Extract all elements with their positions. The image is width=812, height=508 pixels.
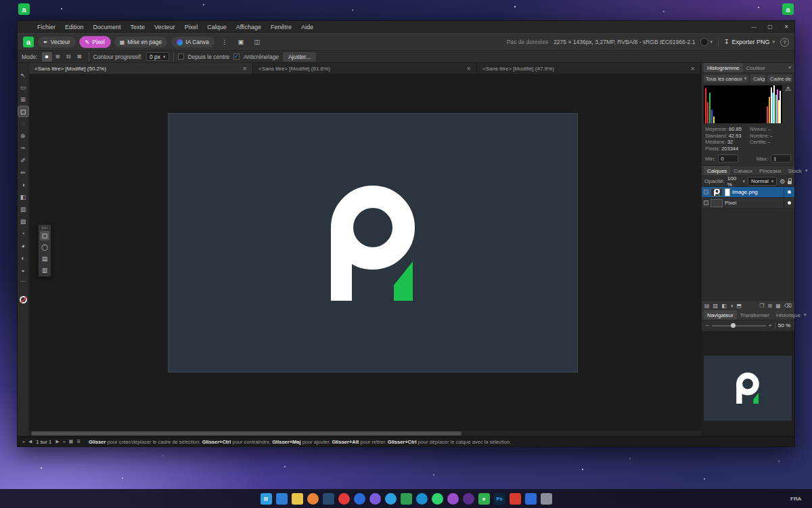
burn-brush-tool[interactable]: ◒ (18, 265, 28, 275)
tab-histogramme[interactable]: Histogramme (704, 63, 743, 72)
menu-affichage[interactable]: Affichage (231, 21, 266, 33)
selection-mode-intersect[interactable]: ⊠ (74, 52, 85, 62)
zoom-out-icon[interactable]: − (706, 322, 709, 329)
desktop-affinity-icon-left[interactable]: a (18, 3, 30, 15)
menu-fichier[interactable]: Fichier (32, 21, 60, 33)
from-center-checkbox[interactable] (178, 54, 184, 60)
lock-icon[interactable] (788, 181, 792, 184)
start-button[interactable]: ⊞ (261, 493, 272, 505)
menu-pixel[interactable]: Pixel (180, 21, 203, 33)
taskbar-app-6[interactable] (354, 493, 365, 505)
tab-close-icon[interactable]: ✕ (686, 66, 695, 72)
selection-mode-subtract[interactable]: ⊟ (64, 52, 74, 62)
tab-close-icon[interactable]: ✕ (238, 66, 247, 72)
erase-brush-tool[interactable]: ▨ (18, 216, 28, 226)
taskbar-affinity[interactable]: a (478, 493, 490, 505)
row-marquee-icon[interactable]: ▤ (40, 254, 49, 263)
presets-button[interactable]: ◫ (251, 37, 263, 47)
canvas-area[interactable] (29, 74, 701, 431)
first-page-icon[interactable]: « (22, 440, 26, 444)
taskbar-app-1[interactable] (276, 493, 288, 505)
taskbar-app-10[interactable] (416, 493, 428, 505)
elliptical-marquee-icon[interactable]: ◯ (40, 242, 49, 252)
performance-indicator-button[interactable]: ▾ (700, 38, 713, 46)
zoom-slider[interactable] (712, 325, 766, 326)
column-marquee-icon[interactable]: ▥ (40, 266, 49, 275)
layer-mask-icon[interactable]: ◧ (721, 303, 727, 309)
selection-brush-tool[interactable]: ✑ (18, 143, 28, 153)
navigator-preview[interactable] (702, 331, 794, 436)
freehand-selection-tool[interactable]: ◌ (18, 119, 28, 129)
antialias-checkbox[interactable]: ✓ (233, 54, 240, 60)
zoom-slider-thumb[interactable] (731, 323, 736, 328)
help-button[interactable]: ? (780, 38, 789, 47)
adjust-button[interactable]: Ajuster... (283, 52, 316, 62)
new-group-icon[interactable]: ❐ (759, 303, 764, 309)
min-input[interactable]: 0 (718, 154, 738, 163)
crop-tool[interactable]: ⊞ (18, 94, 28, 104)
last-page-icon[interactable]: » (62, 440, 66, 444)
maximize-button[interactable]: ▢ (762, 21, 778, 33)
panel-menu-icon[interactable]: ▾ (804, 312, 808, 318)
more-personas-button[interactable]: ⋮ (219, 37, 231, 47)
zoom-in-icon[interactable]: + (769, 322, 772, 329)
taskbar-app-7[interactable] (369, 493, 381, 505)
navigator-thumbnail[interactable] (704, 356, 792, 421)
new-pixel-layer-icon[interactable]: ▦ (775, 303, 781, 309)
persona-canva-ai-button[interactable]: IA Canva (171, 37, 215, 47)
feather-dropdown[interactable]: 0 px ▾ (146, 52, 169, 61)
language-indicator[interactable]: FRA (790, 496, 801, 502)
desktop-affinity-icon-right[interactable]: a (782, 3, 794, 15)
more-tools-button[interactable]: ⋯ (20, 278, 26, 284)
layer-pattern-icon[interactable]: ▨ (713, 303, 719, 309)
layer-scope-button[interactable]: Calque (750, 75, 765, 83)
layer-mask-thumbnail[interactable] (725, 188, 730, 196)
taskbar-photoshop[interactable]: Ps (494, 493, 505, 505)
channels-dropdown[interactable]: Tous les canaux ▾ (704, 75, 748, 83)
layer-thumbnail[interactable] (710, 188, 723, 196)
tab-couleur[interactable]: Couleur (743, 63, 769, 72)
tab-close-icon[interactable]: ✕ (462, 66, 471, 72)
new-layer-icon[interactable]: ⊞ (767, 303, 772, 309)
layer-row-image[interactable]: Image.png (702, 187, 794, 198)
previous-page-icon[interactable]: ◀ (28, 439, 32, 444)
taskbar-app-13[interactable] (463, 493, 474, 505)
layer-adjustment-icon[interactable]: ◑ (730, 303, 734, 309)
persona-layout-button[interactable]: ▦ Mise en page (114, 37, 168, 47)
paint-brush-tool[interactable]: ✐ (18, 155, 28, 165)
menu-vecteur[interactable]: Vecteur (150, 21, 180, 33)
menu-fenetre[interactable]: Fenêtre (266, 21, 296, 33)
move-tool[interactable]: ↖ (18, 70, 28, 80)
layer-select-checkbox[interactable] (704, 190, 708, 194)
menu-document[interactable]: Document (89, 21, 126, 33)
layer-effects-icon[interactable]: ▤ (704, 303, 710, 309)
tab-transformer[interactable]: Transformer (737, 310, 773, 320)
blend-mode-dropdown[interactable]: Normal ▾ (748, 177, 777, 186)
document-tab[interactable]: <Sans titre> [Modifié] (47.9%)✕ (477, 63, 701, 74)
selection-mode-add[interactable]: ⊞ (53, 52, 63, 62)
pixel-pencil-tool[interactable]: ✏ (18, 167, 28, 177)
layer-row-pixel[interactable]: Pixel (702, 198, 794, 209)
layer-live-filter-icon[interactable]: ⬒ (737, 303, 742, 309)
taskbar-app-4[interactable] (323, 493, 334, 505)
frame-tool[interactable]: ▭ (18, 82, 28, 92)
taskbar-app-14[interactable] (510, 493, 521, 505)
horizontal-scrollbar[interactable] (29, 431, 701, 436)
color-replacement-brush-tool[interactable]: ◑ (18, 179, 28, 190)
taskbar-app-8[interactable] (385, 493, 397, 505)
taskbar-app-12[interactable] (447, 493, 459, 505)
gradient-tool[interactable]: ▥ (18, 204, 28, 214)
document-tab[interactable]: <Sans titre> [Modifié] (61.6%)✕ (253, 63, 477, 74)
layer-select-checkbox[interactable] (704, 200, 708, 205)
close-button[interactable]: ✕ (778, 21, 794, 33)
persona-pixel-button[interactable]: ✎ Pixel (80, 37, 110, 47)
panel-menu-icon[interactable]: ▾ (805, 168, 809, 173)
horizontal-scrollbar-thumb[interactable] (31, 431, 461, 436)
snapping-button[interactable]: ▣ (235, 37, 247, 47)
color-swatch[interactable] (20, 296, 27, 303)
palette-drag-handle[interactable] (42, 227, 47, 229)
max-input[interactable]: 1 (771, 154, 791, 163)
flood-selection-tool[interactable]: ✲ (18, 131, 28, 141)
dodge-brush-tool[interactable]: ◐ (18, 253, 28, 263)
tab-navigateur[interactable]: Navigateur (704, 310, 737, 320)
